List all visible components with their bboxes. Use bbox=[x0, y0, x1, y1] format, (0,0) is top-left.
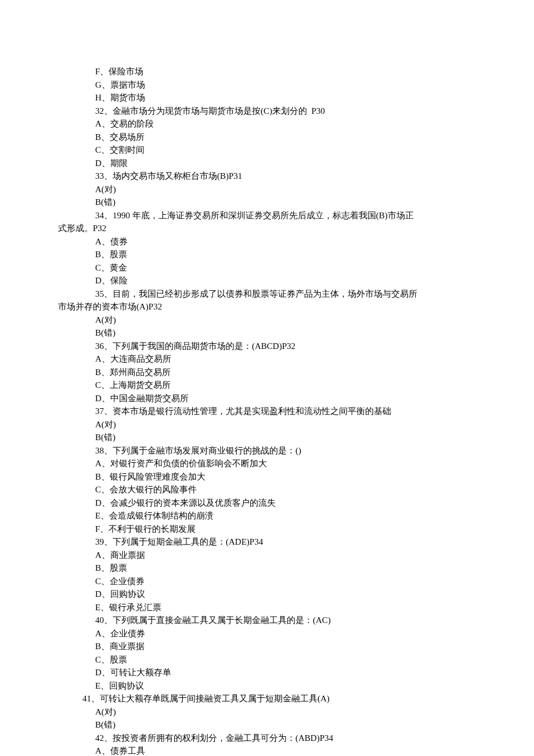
text-line: B、郑州商品交易所 bbox=[58, 366, 476, 379]
text-line: F、保险市场 bbox=[58, 65, 476, 78]
text-line: 36、下列属于我国的商品期货市场的是：(ABCD)P32 bbox=[58, 340, 476, 353]
text-line: B、股票 bbox=[58, 561, 476, 575]
text-line: C、黄金 bbox=[58, 261, 476, 275]
text-line: A(对) bbox=[58, 314, 476, 327]
text-line: C、上海期货交易所 bbox=[58, 379, 476, 392]
text-line: B(错) bbox=[58, 196, 476, 209]
text-line: C、股票 bbox=[58, 653, 476, 667]
text-line: 37、资本市场是银行流动性管理，尤其是实现盈利性和流动性之间平衡的基础 bbox=[58, 405, 476, 418]
text-line: A、交易的阶段 bbox=[58, 117, 476, 131]
text-line: 式形成。P32 bbox=[58, 222, 476, 235]
text-line: C、交割时间 bbox=[58, 143, 476, 157]
text-line: B(错) bbox=[58, 326, 476, 340]
text-line: D、回购协议 bbox=[58, 588, 476, 601]
text-line: 32、金融市场分为现货市场与期货市场是按(C)来划分的 P30 bbox=[58, 105, 476, 118]
text-line: E、回购协议 bbox=[58, 679, 476, 693]
text-line: B、银行风险管理难度会加大 bbox=[58, 470, 476, 484]
text-line: 35、目前，我国已经初步形成了以债券和股票等证券产品为主体，场外市场与交易所 bbox=[58, 287, 476, 301]
text-line: 38、下列属于金融市场发展对商业银行的挑战的是：() bbox=[58, 444, 476, 458]
text-line: A、对银行资产和负债的价值影响会不断加大 bbox=[58, 457, 476, 470]
document-page: F、保险市场G、票据市场H、期货市场32、金融市场分为现货市场与期货市场是按(C… bbox=[0, 0, 534, 756]
text-line: D、可转让大额存单 bbox=[58, 666, 476, 679]
text-line: D、期限 bbox=[58, 157, 476, 170]
text-line: A(对) bbox=[58, 183, 476, 196]
text-line: E、会造成银行体制结构的崩溃 bbox=[58, 509, 476, 523]
text-line: A、债券 bbox=[58, 235, 476, 249]
text-line: A、商业票据 bbox=[58, 549, 476, 562]
text-line: B、交易场所 bbox=[58, 131, 476, 144]
text-line: D、中国金融期货交易所 bbox=[58, 392, 476, 405]
text-line: 41、可转让大额存单既属于间接融资工具又属于短期金融工具(A) bbox=[58, 692, 476, 705]
text-line: C、企业债券 bbox=[58, 575, 476, 588]
text-line: 34、1990 年底，上海证券交易所和深圳证券交易所先后成立，标志着我国(B)市… bbox=[58, 209, 476, 222]
text-line: B(错) bbox=[58, 718, 476, 732]
text-line: G、票据市场 bbox=[58, 78, 476, 92]
text-line: B、商业票据 bbox=[58, 640, 476, 653]
text-line: 40、下列既属于直接金融工具又属于长期金融工具的是：(AC) bbox=[58, 614, 476, 627]
text-line: 39、下列属于短期金融工具的是：(ADE)P34 bbox=[58, 535, 476, 549]
text-line: H、期货市场 bbox=[58, 91, 476, 105]
text-line: F、不利于银行的长期发展 bbox=[58, 523, 476, 536]
text-line: 市场并存的资本市场(A)P32 bbox=[58, 300, 476, 314]
text-line: D、会减少银行的资本来源以及优质客户的流失 bbox=[58, 496, 476, 510]
text-line: B、股票 bbox=[58, 248, 476, 261]
text-line: 42、按投资者所拥有的权利划分，金融工具可分为：(ABD)P34 bbox=[58, 732, 476, 745]
text-line: A(对) bbox=[58, 418, 476, 431]
text-line: A、大连商品交易所 bbox=[58, 352, 476, 366]
text-line: A(对) bbox=[58, 705, 476, 719]
text-line: D、保险 bbox=[58, 274, 476, 287]
text-line: C、会放大银行的风险事件 bbox=[58, 483, 476, 496]
text-line: E、银行承兑汇票 bbox=[58, 601, 476, 614]
text-line: A、债券工具 bbox=[58, 744, 476, 756]
text-line: 33、场内交易市场又称柜台市场(B)P31 bbox=[58, 170, 476, 183]
text-line: A、企业债券 bbox=[58, 627, 476, 640]
text-line: B(错) bbox=[58, 431, 476, 444]
